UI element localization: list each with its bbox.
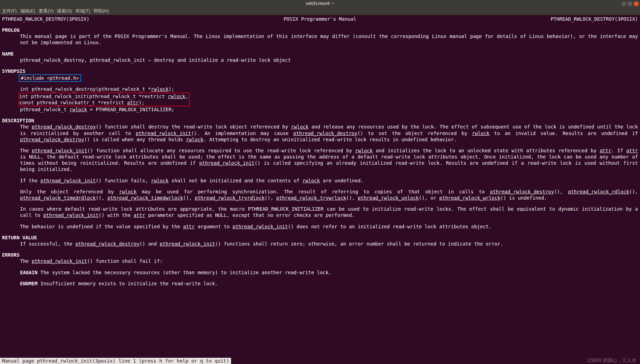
- desc-p5: In cases where default read-write lock a…: [20, 206, 638, 218]
- name-text: pthread_rwlock_destroy, pthread_rwlock_i…: [20, 57, 638, 63]
- synopsis-init-highlight: int pthread_rwlock_init(pthread_rwlock_t…: [19, 93, 190, 106]
- close-icon[interactable]: [634, 1, 639, 6]
- synopsis-initializer: pthread_rwlock_t rwlock = PTHREAD_RWLOCK…: [20, 106, 638, 113]
- section-prolog: PROLOG: [2, 27, 638, 33]
- window-controls: [621, 1, 639, 6]
- errors-lead: The pthread_rwlock_init() function shall…: [20, 258, 638, 264]
- error-enomem: ENOMEM Insufficient memory exists to ini…: [20, 280, 638, 287]
- man-status-line: Manual page pthread_rwlock_init(3posix) …: [0, 358, 231, 364]
- window-titlebar: cet@Linux4: ~: [0, 0, 640, 8]
- synopsis-include: #include <pthread.h>: [21, 75, 79, 81]
- section-name: NAME: [2, 51, 638, 57]
- man-header: PTHREAD_RWLOCK_DESTROY(3POSIX) POSIX Pro…: [2, 15, 638, 22]
- menu-file[interactable]: 文件(F): [2, 8, 17, 14]
- section-description: DESCRIPTION: [2, 117, 638, 124]
- desc-p6: The behavior is undefined if the value s…: [20, 223, 638, 230]
- desc-p2: The pthread_rwlock_init() function shall…: [20, 147, 638, 173]
- section-errors: ERRORS: [2, 252, 638, 258]
- man-header-right: PTHREAD_RWLOCK_DESTROY(3POSIX): [551, 16, 638, 22]
- return-text: If successful, the pthread_rwlock_destro…: [20, 241, 638, 247]
- desc-p3: If the pthread_rwlock_init() function fa…: [20, 178, 638, 184]
- section-synopsis: SYNOPSIS: [2, 68, 638, 74]
- man-header-center: POSIX Programmer's Manual: [284, 16, 356, 22]
- window-title: cet@Linux4: ~: [306, 1, 334, 7]
- desc-p4: Only the object referenced by rwlock may…: [20, 189, 638, 201]
- error-eagain: EAGAIN The system lacked the necessary r…: [20, 269, 638, 276]
- section-return-value: RETURN VALUE: [2, 234, 638, 241]
- minimize-icon[interactable]: [621, 1, 626, 6]
- synopsis-include-highlight: #include <pthread.h>: [19, 74, 81, 82]
- menu-terminal[interactable]: 终端(T): [76, 8, 90, 14]
- synopsis-destroy: int pthread_rwlock_destroy(pthread_rwloc…: [20, 86, 638, 92]
- man-header-left: PTHREAD_RWLOCK_DESTROY(3POSIX): [2, 16, 89, 22]
- menu-search[interactable]: 搜索(S): [57, 8, 72, 14]
- menu-bar: 文件(F) 编辑(E) 查看(V) 搜索(S) 终端(T) 帮助(H): [0, 8, 640, 15]
- menu-help[interactable]: 帮助(H): [94, 8, 109, 14]
- maximize-icon[interactable]: [628, 1, 632, 6]
- menu-view[interactable]: 查看(V): [39, 8, 54, 14]
- desc-p1: The pthread_rwlock_destroy() function sh…: [20, 124, 638, 143]
- watermark: CSDN @因心，三人水: [588, 357, 637, 363]
- prolog-text: This manual page is part of the POSIX Pr…: [20, 33, 638, 46]
- menu-edit[interactable]: 编辑(E): [20, 8, 35, 14]
- terminal-content[interactable]: PTHREAD_RWLOCK_DESTROY(3POSIX) POSIX Pro…: [0, 15, 640, 287]
